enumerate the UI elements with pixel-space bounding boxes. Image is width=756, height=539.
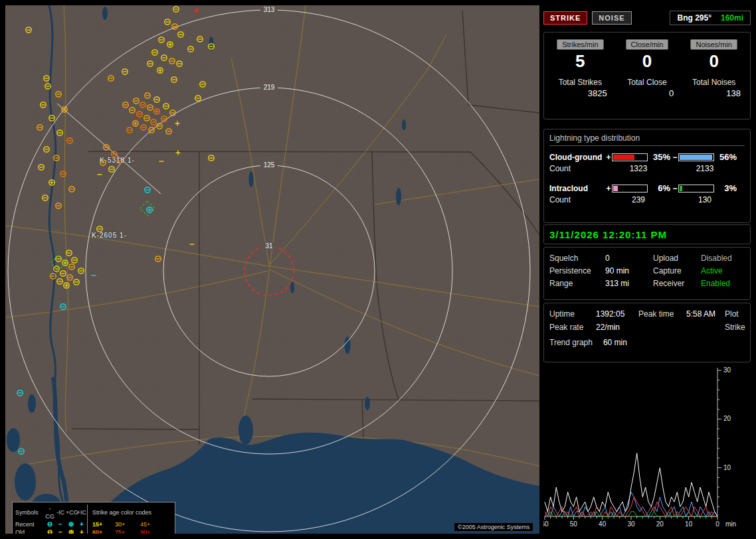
ic-plus-count: 239 (605, 195, 672, 204)
status-label: Squelch (549, 254, 605, 263)
legend-age-code: 30+ (115, 520, 140, 528)
bearing-indicator: Bng 295° 160mi (670, 11, 751, 25)
total-close-label: Total Close (614, 78, 681, 87)
noises-per-min-button[interactable]: Noises/min (690, 39, 737, 50)
cg-minus-count: 2133 (672, 164, 738, 173)
svg-text:60: 60 (543, 520, 549, 528)
cg-plus-pct: 35% (648, 152, 672, 162)
cg-plus-count: 1323 (605, 164, 672, 173)
svg-text:50: 50 (570, 520, 578, 528)
strike-mode-button[interactable]: STRIKE (543, 11, 587, 25)
status-label: Persistence (549, 266, 605, 275)
svg-text:30: 30 (723, 366, 731, 374)
datetime-display: 3/11/2026 12:20:11 PM (549, 229, 667, 240)
noises-per-min-value: 0 (680, 51, 747, 71)
svg-text:20: 20 (723, 415, 731, 422)
legend-header-pos-cg: +CG (66, 508, 76, 516)
legend-symbol-icon: − (55, 528, 66, 534)
legend-divider (87, 504, 88, 534)
ring-label-219: 219 (260, 84, 278, 91)
status-value: Disabled (701, 254, 745, 263)
legend-row-label: Old (15, 528, 45, 534)
legend-age-header: Strike age color codes (87, 508, 165, 516)
bearing-label: Bng 295° (677, 13, 711, 23)
ring-label-31: 31 (260, 242, 278, 250)
datetime-panel: 3/11/2026 12:20:11 PM (543, 224, 751, 244)
station-label-k5318: K-5318 1- (100, 157, 135, 164)
legend-age-code: 60+ (87, 528, 115, 534)
svg-text:30: 30 (627, 520, 635, 528)
svg-text:40: 40 (599, 520, 607, 528)
uptime-label: Peak rate (549, 323, 596, 332)
total-strikes-label: Total Strikes (547, 78, 614, 87)
cg-minus-pct: 56% (714, 152, 738, 162)
legend-symbol-icon: + (76, 528, 87, 534)
lightning-distribution-panel: Lightning type distribution Cloud-ground… (543, 129, 751, 223)
trend-graph: 1020300102030405060min (543, 364, 751, 531)
legend-header-pos-ic: +IC (76, 508, 87, 516)
ring-label-313: 313 (260, 6, 278, 13)
status-label: Receiver (653, 279, 701, 288)
legend-header-neg-ic: -IC (55, 508, 66, 516)
ic-minus-count: 130 (672, 195, 738, 204)
svg-text:10: 10 (685, 520, 693, 528)
station-label-k2605: K-2605 1- (92, 232, 127, 239)
ring-label-125: 125 (260, 161, 278, 169)
plus-sign: + (605, 153, 612, 162)
bearing-range: 160mi (721, 13, 743, 23)
strikes-per-min-button[interactable]: Strikes/min (557, 39, 603, 50)
cloud-ground-label: Cloud-ground (549, 153, 605, 162)
status-value: 313 mi (605, 279, 653, 288)
uptime-value: 1392:05 (596, 309, 638, 319)
cg-plus-bar (612, 153, 648, 161)
ic-count-label: Count (549, 195, 605, 204)
svg-text:20: 20 (656, 520, 664, 528)
distribution-title: Lightning type distribution (549, 133, 745, 146)
status-label: Range (549, 279, 605, 288)
uptime-label: Peak time (638, 309, 686, 319)
ic-minus-bar (678, 185, 714, 193)
uptime-value: 22/min (596, 323, 638, 332)
total-strikes-value: 3825 (547, 88, 614, 98)
uptime-value: 5:58 AM (686, 309, 725, 319)
sidebar: STRIKE NOISE Bng 295° 160mi Strikes/min … (543, 5, 751, 534)
close-per-min-button[interactable]: Close/min (626, 39, 669, 50)
legend-age-code: 75+ (115, 528, 140, 534)
mode-toolbar: STRIKE NOISE Bng 295° 160mi (543, 8, 751, 28)
legend-symbols-header: Symbols (15, 508, 45, 516)
rates-panel: Strikes/min Close/min Noises/min 5 0 0 T… (543, 32, 751, 119)
map-panel[interactable]: 313 219 125 31 K-5318 1- K-2605 1- Symbo… (5, 5, 539, 534)
legend-symbol-icon: ⊖ (45, 520, 55, 528)
trend-graph-label: Trend graph (549, 338, 593, 347)
legend-age-code: 15+ (87, 520, 115, 528)
total-noises-label: Total Noises (680, 78, 747, 87)
cg-minus-bar (678, 153, 714, 161)
status-label: Upload (653, 254, 701, 263)
noise-mode-button[interactable]: NOISE (592, 11, 631, 25)
legend-symbol-icon: + (76, 520, 87, 528)
uptime-label: Uptime (549, 309, 596, 319)
status-label: Capture (653, 266, 701, 275)
legend-age-code: 90+ (140, 528, 165, 534)
copyright-text: ©2005 Astrogenic Systems (454, 523, 533, 531)
status-value: Active (701, 266, 745, 275)
ic-plus-bar (612, 185, 648, 193)
close-per-min-value: 0 (614, 51, 681, 71)
uptime-value (686, 323, 725, 332)
plot-label: Strike (725, 323, 751, 332)
ic-minus-pct: 3% (714, 183, 738, 193)
uptime-panel: Uptime1392:05Peak time5:58 AMPlotPeak ra… (543, 303, 751, 362)
legend-symbol-icon: − (55, 520, 66, 528)
cg-count-label: Count (549, 164, 605, 173)
legend-symbol-icon: ⊖ (45, 528, 55, 534)
uptime-label (638, 323, 686, 332)
ic-plus-pct: 6% (648, 183, 672, 193)
app-window: 313 219 125 31 K-5318 1- K-2605 1- Symbo… (0, 0, 756, 539)
legend-row-label: Recent (15, 520, 45, 528)
intracloud-label: Intracloud (549, 184, 605, 193)
status-value: 0 (605, 254, 653, 263)
trend-graph-value: 60 min (603, 338, 627, 347)
total-close-value: 0 (614, 88, 681, 98)
status-value: 90 min (605, 266, 653, 275)
strikes-per-min-value: 5 (547, 51, 614, 71)
